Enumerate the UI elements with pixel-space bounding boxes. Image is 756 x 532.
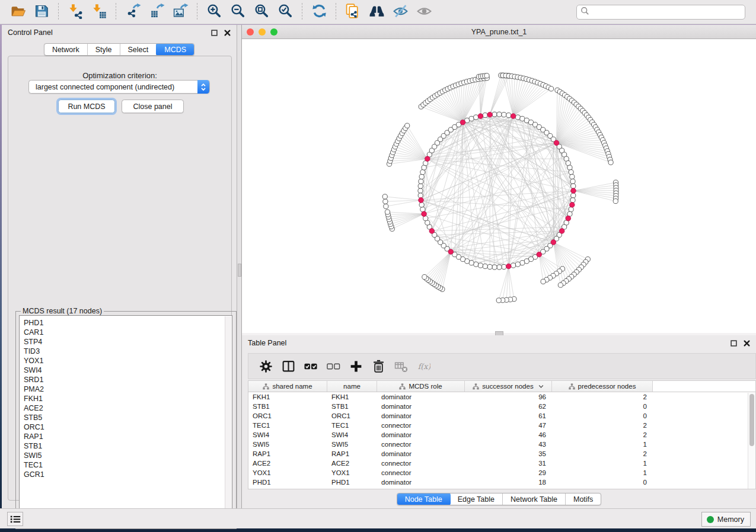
column-header-shared-name[interactable]: shared name (248, 381, 327, 392)
node[interactable] (497, 112, 502, 117)
control-panel-tab-select[interactable]: Select (120, 44, 157, 55)
export-table-button[interactable] (145, 2, 168, 21)
table-tab-network-table[interactable]: Network Table (503, 493, 566, 505)
float-panel-icon[interactable] (730, 339, 737, 347)
save-button[interactable] (30, 2, 53, 21)
node[interactable] (515, 115, 520, 120)
node[interactable] (570, 179, 575, 184)
close-panel-icon[interactable] (743, 339, 750, 347)
mcds-node[interactable] (559, 229, 564, 234)
mcds-node[interactable] (551, 240, 556, 245)
mcds-result-item[interactable]: SRD1 (24, 375, 232, 384)
node[interactable] (570, 174, 575, 179)
node[interactable] (382, 194, 387, 199)
close-panel-button[interactable]: Close panel (122, 100, 184, 113)
node[interactable] (422, 274, 427, 279)
node[interactable] (569, 169, 573, 174)
mcds-node[interactable] (448, 249, 454, 255)
node[interactable] (474, 115, 479, 120)
hide-selected-button[interactable] (388, 2, 412, 21)
node[interactable] (520, 261, 525, 265)
mcds-result-item[interactable]: PHD1 (24, 318, 232, 328)
optimization-criterion-select[interactable]: largest connected component (undirected) (28, 80, 210, 94)
mcds-node[interactable] (425, 156, 430, 162)
mcds-node[interactable] (537, 252, 542, 257)
node[interactable] (511, 263, 515, 268)
refresh-button[interactable] (307, 2, 331, 21)
node[interactable] (613, 198, 618, 203)
table-row[interactable]: PHD1PHD1dominator180 (248, 477, 755, 487)
export-network-button[interactable] (121, 2, 145, 21)
node[interactable] (541, 279, 546, 284)
control-panel-tab-style[interactable]: Style (88, 44, 120, 55)
mcds-result-item[interactable]: FKH1 (24, 394, 232, 403)
node[interactable] (418, 188, 423, 193)
node[interactable] (548, 86, 553, 91)
node[interactable] (418, 184, 423, 188)
mcds-result-item[interactable]: YOX1 (24, 356, 232, 366)
column-header-predecessor-nodes[interactable]: predecessor nodes (552, 381, 653, 392)
scrollbar-thumb[interactable] (749, 394, 754, 446)
table-row[interactable]: SWI5SWI5connector431 (248, 440, 755, 449)
mcds-result-item[interactable]: SWI5 (24, 451, 232, 460)
node[interactable] (570, 198, 575, 203)
table-row[interactable]: ACE2ACE2connector311 (248, 459, 755, 468)
mcds-result-item[interactable]: STB1 (24, 441, 232, 451)
node[interactable] (567, 165, 572, 170)
table-row[interactable]: STB1STB1dominator620 (248, 402, 755, 411)
first-neighbors-button[interactable] (365, 2, 388, 21)
node[interactable] (502, 264, 506, 269)
network-graph[interactable] (242, 39, 756, 333)
node[interactable] (571, 184, 576, 188)
node[interactable] (419, 179, 423, 184)
split-columns-button[interactable] (277, 356, 299, 376)
node[interactable] (420, 207, 425, 211)
memory-button[interactable]: Memory (701, 512, 751, 527)
mcds-result-item[interactable]: GCR1 (24, 470, 232, 479)
mcds-result-item[interactable]: SWI4 (24, 366, 232, 375)
search-box[interactable] (576, 5, 745, 20)
mcds-node[interactable] (511, 114, 516, 119)
mcds-result-item[interactable]: STP4 (24, 337, 232, 347)
node[interactable] (478, 263, 483, 268)
column-header-successor-nodes[interactable]: successor nodes (465, 381, 552, 392)
mcds-node[interactable] (554, 140, 559, 146)
mcds-node[interactable] (429, 229, 435, 234)
add-column-button[interactable] (344, 356, 367, 376)
node[interactable] (515, 262, 520, 267)
mcds-result-item[interactable]: STB5 (24, 413, 232, 422)
node[interactable] (419, 174, 424, 179)
mcds-node[interactable] (419, 198, 424, 203)
import-table-button[interactable] (87, 2, 111, 21)
node[interactable] (483, 113, 487, 117)
table-tab-motifs[interactable]: Motifs (566, 493, 601, 505)
table-row[interactable]: FKH1FKH1dominator962 (248, 392, 755, 402)
node[interactable] (469, 116, 474, 121)
mcds-node[interactable] (570, 202, 575, 207)
node[interactable] (496, 298, 501, 303)
mcds-node[interactable] (566, 216, 571, 221)
table-row[interactable]: TEC1TEC1connector472 (248, 421, 755, 430)
close-panel-icon[interactable] (224, 29, 231, 36)
zoom-in-button[interactable] (202, 2, 226, 21)
node[interactable] (502, 112, 506, 117)
mcds-list-scrollbar[interactable] (225, 316, 231, 525)
network-canvas[interactable] (242, 39, 756, 333)
import-public-network-button[interactable] (341, 2, 365, 21)
splitter-grip[interactable] (238, 264, 241, 277)
node[interactable] (420, 169, 425, 174)
node[interactable] (492, 265, 497, 270)
search-input[interactable] (592, 5, 741, 19)
node[interactable] (385, 210, 390, 214)
node[interactable] (569, 207, 573, 211)
node[interactable] (484, 73, 489, 78)
node[interactable] (422, 165, 426, 170)
zoom-fit-button[interactable] (250, 2, 273, 21)
export-image-button[interactable] (168, 2, 192, 21)
delete-column-button[interactable] (367, 356, 390, 376)
node[interactable] (384, 204, 388, 209)
node[interactable] (419, 203, 424, 207)
column-header-name[interactable]: name (327, 381, 377, 392)
open-folder-button[interactable] (6, 2, 30, 21)
show-panels-button[interactable] (7, 512, 23, 526)
